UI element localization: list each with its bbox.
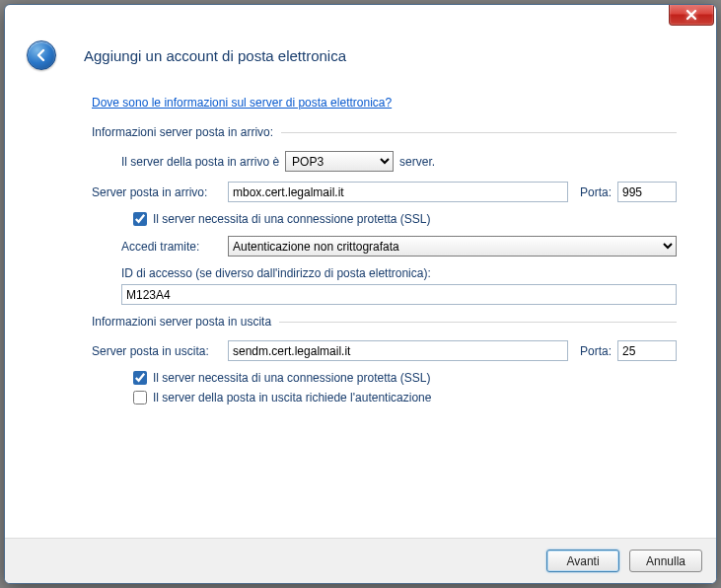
incoming-ssl-row: Il server necessita di una connessione p… <box>92 212 677 226</box>
outgoing-auth-row: Il server della posta in uscita richiede… <box>92 391 677 404</box>
server-type-row: Il server della posta in arrivo è POP3 s… <box>92 151 677 172</box>
incoming-port-input[interactable] <box>617 182 677 202</box>
login-id-input[interactable] <box>121 284 677 305</box>
outgoing-ssl-row: Il server necessita di una connessione p… <box>92 371 677 385</box>
separator-line <box>279 322 677 323</box>
outgoing-server-row: Server posta in uscita: Porta: <box>92 340 677 361</box>
outgoing-ssl-label: Il server necessita di una connessione p… <box>153 371 430 385</box>
outgoing-auth-label: Il server della posta in uscita richiede… <box>153 391 431 404</box>
auth-method-label: Accedi tramite: <box>121 240 228 254</box>
server-type-select[interactable]: POP3 <box>285 151 394 172</box>
incoming-section-label: Informazioni server posta in arrivo: <box>92 125 273 139</box>
footer: Avanti Annulla <box>5 538 716 583</box>
outgoing-section-header: Informazioni server posta in uscita <box>92 315 677 329</box>
outgoing-section-label: Informazioni server posta in uscita <box>92 315 271 329</box>
separator-line <box>281 132 677 133</box>
help-link[interactable]: Dove sono le informazioni sul server di … <box>92 96 392 110</box>
close-button[interactable] <box>669 4 714 26</box>
auth-method-select[interactable]: Autenticazione non crittografata <box>228 236 677 257</box>
content-area: Dove sono le informazioni sul server di … <box>5 88 716 404</box>
incoming-server-input[interactable] <box>228 182 568 202</box>
incoming-ssl-label: Il server necessita di una connessione p… <box>153 212 430 226</box>
login-id-row <box>92 284 677 305</box>
incoming-port-label: Porta: <box>580 185 612 199</box>
incoming-server-label: Server posta in arrivo: <box>92 185 228 199</box>
outgoing-server-label: Server posta in uscita: <box>92 344 228 358</box>
outgoing-port-label: Porta: <box>580 344 612 358</box>
close-icon <box>685 9 698 21</box>
outgoing-auth-checkbox[interactable] <box>133 391 147 404</box>
outgoing-port-input[interactable] <box>617 340 677 361</box>
login-id-label: ID di accesso (se diverso dall'indirizzo… <box>121 266 431 280</box>
incoming-section-header: Informazioni server posta in arrivo: <box>92 125 677 139</box>
outgoing-server-input[interactable] <box>228 340 568 361</box>
outgoing-ssl-checkbox[interactable] <box>133 371 147 385</box>
header: Aggiungi un account di posta elettronica <box>5 35 716 88</box>
login-id-label-row: ID di accesso (se diverso dall'indirizzo… <box>92 266 677 280</box>
page-title: Aggiungi un account di posta elettronica <box>84 47 346 64</box>
server-type-suffix-label: server. <box>399 155 435 169</box>
back-button[interactable] <box>27 40 56 70</box>
back-arrow-icon <box>34 47 49 63</box>
titlebar <box>5 5 716 35</box>
incoming-server-row: Server posta in arrivo: Porta: <box>92 182 677 202</box>
cancel-button[interactable]: Annulla <box>629 550 702 572</box>
server-type-prefix-label: Il server della posta in arrivo è <box>121 155 279 169</box>
auth-method-row: Accedi tramite: Autenticazione non critt… <box>92 236 677 257</box>
incoming-ssl-checkbox[interactable] <box>133 212 147 226</box>
dialog-window: Aggiungi un account di posta elettronica… <box>4 4 717 584</box>
next-button[interactable]: Avanti <box>546 550 619 572</box>
